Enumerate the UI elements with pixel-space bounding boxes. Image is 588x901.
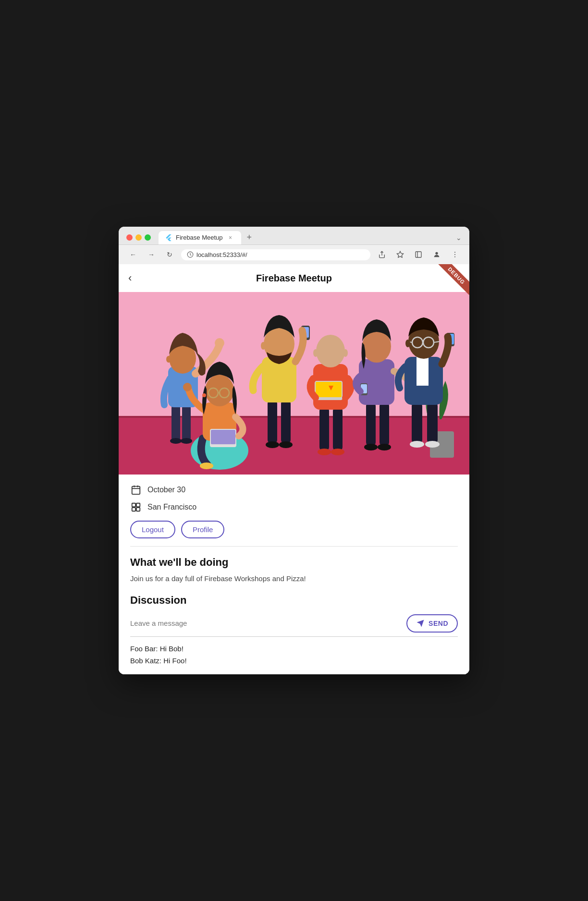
- svg-rect-79: [132, 503, 135, 507]
- logout-button[interactable]: Logout: [130, 521, 175, 538]
- maximize-button[interactable]: [145, 234, 151, 241]
- svg-point-39: [261, 342, 266, 350]
- svg-rect-13: [182, 405, 191, 441]
- url-bar[interactable]: localhost:52333/#/: [181, 249, 370, 260]
- svg-point-15: [181, 438, 192, 444]
- svg-point-50: [343, 349, 348, 357]
- svg-rect-12: [172, 405, 180, 441]
- location-icon: [130, 501, 142, 513]
- divider: [130, 546, 458, 547]
- svg-marker-1: [397, 252, 403, 258]
- browser-titlebar: Firebase Meetup × + ⌄: [119, 227, 469, 244]
- svg-rect-60: [412, 402, 422, 443]
- event-details-section: October 30 San Francisco Logout: [119, 475, 469, 674]
- share-button[interactable]: [375, 248, 389, 261]
- svg-point-5: [454, 252, 455, 253]
- svg-point-49: [313, 349, 318, 357]
- svg-point-53: [364, 444, 378, 450]
- list-item: Foo Bar: Hi Bob!: [130, 645, 458, 653]
- svg-rect-46: [316, 382, 342, 397]
- minimize-button[interactable]: [135, 234, 142, 241]
- app-back-button[interactable]: ‹: [128, 272, 144, 284]
- event-meta: October 30 San Francisco: [130, 484, 458, 513]
- user-profile-button[interactable]: [430, 248, 443, 261]
- svg-rect-51: [366, 402, 376, 446]
- hero-image: [119, 292, 469, 475]
- svg-point-34: [279, 441, 293, 448]
- traffic-lights: [126, 234, 151, 241]
- profile-button[interactable]: Profile: [181, 521, 225, 538]
- svg-point-54: [378, 444, 391, 450]
- close-button[interactable]: [126, 234, 133, 241]
- sidebar-toggle-button[interactable]: [412, 248, 425, 261]
- active-tab[interactable]: Firebase Meetup ×: [159, 231, 241, 244]
- location-row: San Francisco: [130, 501, 458, 513]
- secure-icon: [187, 251, 194, 258]
- date-row: October 30: [130, 484, 458, 496]
- calendar-icon: [130, 484, 142, 496]
- svg-rect-61: [427, 402, 438, 443]
- svg-point-4: [435, 252, 438, 255]
- discussion-heading: Discussion: [130, 594, 458, 607]
- svg-rect-65: [416, 357, 429, 386]
- back-nav-button[interactable]: ←: [126, 248, 140, 261]
- message-input[interactable]: [130, 619, 401, 627]
- svg-point-19: [166, 356, 171, 363]
- send-button[interactable]: SEND: [406, 614, 458, 633]
- tab-close-button[interactable]: ×: [227, 234, 234, 242]
- browser-window: Firebase Meetup × + ⌄ ← → ↻ localhost:52…: [119, 227, 469, 674]
- svg-point-21: [200, 463, 213, 469]
- tab-chevron-icon[interactable]: ⌄: [456, 234, 462, 242]
- hero-illustration: [119, 292, 469, 475]
- svg-rect-82: [136, 508, 140, 511]
- svg-rect-31: [268, 400, 277, 443]
- svg-rect-24: [211, 430, 235, 444]
- event-location: San Francisco: [147, 503, 196, 511]
- flutter-tab-icon: [165, 234, 172, 241]
- svg-rect-52: [380, 402, 389, 446]
- svg-rect-81: [132, 508, 135, 511]
- app-content: DEBUG ‹ Firebase Meetup: [119, 264, 469, 674]
- svg-point-74: [405, 340, 410, 347]
- tab-title: Firebase Meetup: [176, 234, 223, 241]
- forward-nav-button[interactable]: →: [145, 248, 158, 261]
- svg-rect-80: [136, 503, 140, 507]
- url-text: localhost:52333/#/: [196, 251, 247, 258]
- message-input-row: SEND: [130, 614, 458, 637]
- what-doing-heading: What we'll be doing: [130, 556, 458, 569]
- svg-point-6: [454, 254, 455, 255]
- address-bar-row: ← → ↻ localhost:52333/#/: [119, 244, 469, 264]
- svg-point-63: [425, 441, 440, 448]
- reload-button[interactable]: ↻: [163, 248, 176, 261]
- svg-point-17: [215, 338, 224, 348]
- app-title: Firebase Meetup: [144, 273, 444, 284]
- svg-rect-41: [333, 407, 343, 450]
- svg-point-48: [316, 335, 345, 367]
- action-buttons: Logout Profile: [130, 521, 458, 538]
- svg-rect-2: [416, 252, 421, 257]
- svg-point-14: [170, 438, 182, 444]
- bookmark-button[interactable]: [393, 248, 407, 261]
- svg-point-43: [331, 449, 344, 455]
- new-tab-button[interactable]: +: [243, 231, 256, 244]
- svg-rect-40: [319, 407, 329, 450]
- svg-point-62: [410, 441, 424, 448]
- svg-point-25: [183, 383, 192, 391]
- app-header: ‹ Firebase Meetup: [119, 264, 469, 292]
- svg-rect-75: [132, 487, 140, 494]
- send-icon: [416, 619, 425, 628]
- svg-point-33: [266, 441, 279, 448]
- svg-point-30: [202, 393, 206, 397]
- chat-messages: Foo Bar: Hi Bob!Bob Katz: Hi Foo!: [130, 645, 458, 665]
- browser-menu-button[interactable]: [448, 248, 462, 261]
- svg-point-7: [454, 256, 455, 257]
- list-item: Bob Katz: Hi Foo!: [130, 657, 458, 665]
- svg-point-42: [318, 449, 331, 455]
- svg-rect-32: [281, 400, 291, 443]
- event-date: October 30: [147, 486, 185, 494]
- what-doing-text: Join us for a day full of Firebase Works…: [130, 573, 458, 584]
- send-label: SEND: [429, 620, 448, 627]
